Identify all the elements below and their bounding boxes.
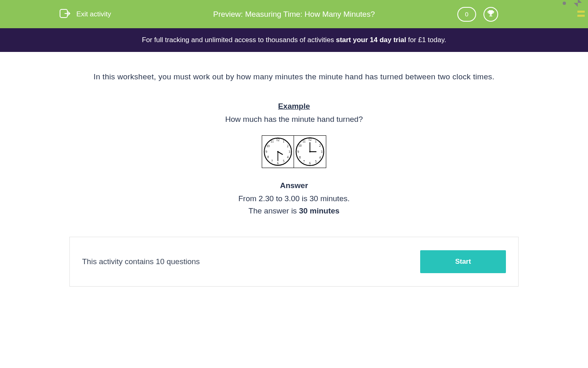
banner-prefix: For full tracking and unlimited access t… [142, 36, 336, 44]
svg-text:9: 9 [265, 150, 267, 154]
clock-after: 12 1 2 3 4 5 6 7 8 9 10 11 [294, 136, 326, 168]
svg-text:11: 11 [303, 140, 306, 144]
svg-point-1 [563, 2, 566, 5]
svg-text:12: 12 [308, 138, 312, 141]
svg-text:10: 10 [266, 144, 270, 148]
svg-text:8: 8 [267, 155, 269, 159]
svg-text:5: 5 [283, 159, 285, 163]
answer-final-bold: 30 minutes [299, 206, 339, 215]
svg-text:10: 10 [298, 144, 302, 148]
svg-text:5: 5 [315, 160, 316, 164]
intro-text: In this worksheet, you must work out by … [78, 72, 510, 81]
header-right: 0 [457, 7, 498, 22]
clocks-container: 12 1 2 3 4 5 6 7 8 9 10 11 12 1 [262, 135, 326, 168]
questions-count: This activity contains 10 questions [82, 257, 200, 266]
svg-text:2: 2 [319, 144, 321, 148]
action-card: This activity contains 10 questions Star… [69, 237, 519, 287]
exit-icon [59, 9, 71, 20]
svg-text:8: 8 [299, 156, 301, 159]
score-badge[interactable]: 0 [457, 7, 476, 22]
svg-text:1: 1 [283, 140, 285, 144]
svg-text:7: 7 [271, 159, 273, 163]
svg-text:11: 11 [271, 140, 274, 144]
exit-label: Exit activity [76, 10, 111, 18]
banner-suffix: for £1 today. [406, 36, 446, 44]
svg-rect-4 [577, 11, 585, 13]
brand-logo-icon [559, 0, 588, 22]
svg-text:1: 1 [315, 140, 316, 144]
answer-line-1: From 2.30 to 3.00 is 30 minutes. [78, 194, 510, 203]
example-heading: Example [78, 102, 510, 111]
score-value: 0 [465, 11, 468, 18]
answer-final-prefix: The answer is [249, 206, 299, 215]
svg-text:6: 6 [309, 162, 311, 165]
banner-bold: start your 14 day trial [336, 36, 406, 44]
svg-text:3: 3 [289, 150, 290, 154]
svg-point-21 [277, 151, 279, 153]
svg-text:3: 3 [321, 150, 323, 154]
trial-banner[interactable]: For full tracking and unlimited access t… [0, 28, 588, 52]
answer-heading: Answer [78, 181, 510, 190]
svg-text:7: 7 [303, 160, 305, 164]
start-button[interactable]: Start [420, 250, 506, 273]
page-title: Preview: Measuring Time: How Many Minute… [213, 10, 375, 19]
example-question: How much has the minute hand turned? [78, 115, 510, 124]
svg-text:4: 4 [287, 155, 289, 159]
svg-text:2: 2 [287, 144, 289, 148]
trophy-icon [487, 9, 495, 19]
exit-activity-button[interactable]: Exit activity [59, 9, 111, 20]
svg-rect-5 [577, 15, 585, 17]
header-bar: Exit activity Preview: Measuring Time: H… [0, 0, 588, 28]
trophy-button[interactable] [483, 7, 498, 22]
clock-before: 12 1 2 3 4 5 6 7 8 9 10 11 [262, 136, 294, 168]
answer-final: The answer is 30 minutes [78, 206, 510, 215]
svg-text:9: 9 [297, 150, 299, 154]
content-area: In this worksheet, you must work out by … [69, 52, 519, 228]
svg-text:6: 6 [277, 162, 279, 165]
svg-rect-3 [563, 10, 570, 12]
svg-text:4: 4 [319, 156, 321, 159]
svg-point-37 [309, 151, 311, 153]
svg-text:12: 12 [276, 138, 280, 142]
